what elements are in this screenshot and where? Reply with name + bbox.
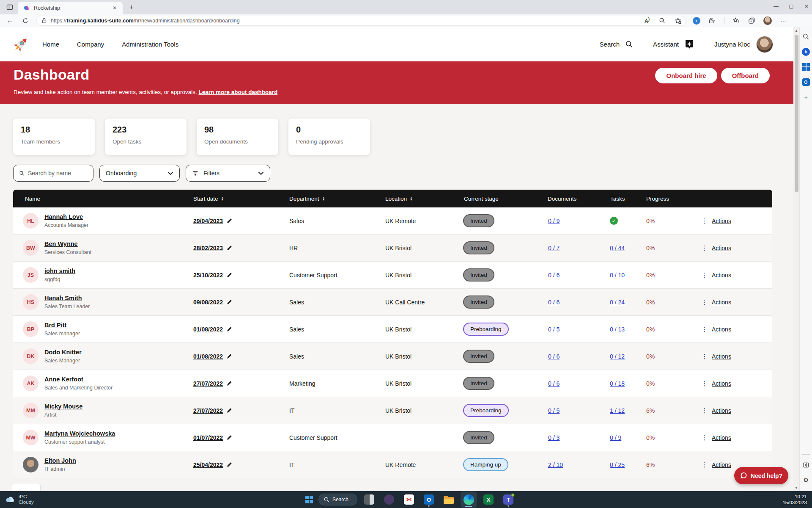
kebab-menu-icon[interactable]: ⋮ [701, 434, 708, 442]
start-date-link[interactable]: 09/08/2022 [193, 299, 223, 306]
kebab-menu-icon[interactable]: ⋮ [701, 271, 708, 279]
microsoft-365-icon[interactable] [802, 63, 810, 71]
documents-link[interactable]: 0 / 5 [548, 326, 560, 333]
extension-badge-icon[interactable]: ◐ [693, 17, 700, 25]
minimize-icon[interactable]: — [773, 3, 779, 9]
maximize-icon[interactable]: ▢ [788, 3, 794, 9]
edit-pencil-icon[interactable] [227, 462, 232, 467]
tasks-link[interactable]: 0 / 12 [610, 353, 625, 360]
browser-tab-rocketship[interactable]: Rocketship ✕ [18, 2, 123, 14]
edge-taskbar-icon[interactable] [461, 491, 477, 508]
rocketship-logo[interactable] [11, 35, 30, 54]
kebab-menu-icon[interactable]: ⋮ [701, 407, 708, 414]
person-name-link[interactable]: Hanah Smith [44, 295, 82, 301]
scroll-up-icon[interactable]: ▲ [795, 27, 798, 34]
close-icon[interactable]: ✕ [804, 3, 809, 9]
nav-company[interactable]: Company [77, 41, 104, 48]
new-tab-icon[interactable]: + [126, 2, 137, 13]
learn-more-link[interactable]: Learn more about dashboard [198, 89, 277, 95]
kebab-menu-icon[interactable]: ⋮ [701, 380, 708, 387]
excel-taskbar-icon[interactable]: X [480, 491, 497, 508]
back-icon[interactable]: ← [5, 16, 15, 26]
actions-link[interactable]: Actions [712, 326, 731, 333]
onboard-hire-button[interactable]: Onboard hire [655, 68, 717, 83]
sidebar-settings-gear-icon[interactable]: ⚙ [802, 476, 810, 484]
nav-administration-tools[interactable]: Administration Tools [122, 41, 178, 48]
nav-home[interactable]: Home [42, 41, 59, 48]
start-date-link[interactable]: 27/07/2022 [193, 407, 223, 414]
column-header-location[interactable]: Location▲▼ [379, 196, 459, 202]
edit-pencil-icon[interactable] [227, 272, 232, 278]
start-date-link[interactable]: 25/10/2022 [193, 272, 223, 279]
tasks-link[interactable]: 0 / 18 [610, 380, 625, 387]
taskbar-clock[interactable]: 10:21 15/03/2023 [782, 494, 807, 505]
kebab-menu-icon[interactable]: ⋮ [701, 461, 708, 469]
open-in-panel-icon[interactable] [802, 461, 810, 469]
person-name-link[interactable]: Elton John [44, 457, 76, 464]
actions-link[interactable]: Actions [712, 434, 731, 441]
person-name-link[interactable]: Micky Mouse [44, 403, 82, 410]
teams-taskbar-icon[interactable]: T [500, 491, 516, 508]
stage-dropdown[interactable]: Onboarding [99, 165, 180, 182]
documents-link[interactable]: 0 / 5 [548, 407, 560, 414]
bing-chat-icon[interactable]: b [802, 47, 810, 56]
documents-link[interactable]: 0 / 9 [548, 218, 560, 224]
tasks-link[interactable]: 0 / 13 [610, 326, 625, 333]
collections-icon[interactable] [748, 17, 755, 24]
edit-pencil-icon[interactable] [227, 353, 232, 359]
documents-link[interactable]: 0 / 6 [548, 272, 560, 279]
site-search-button[interactable]: Search [600, 41, 633, 48]
person-name-link[interactable]: Anne Kerfoot [44, 376, 83, 383]
purple-circle-app-icon[interactable] [381, 491, 397, 508]
documents-link[interactable]: 0 / 6 [548, 380, 560, 387]
user-menu[interactable]: Justyna Kloc [714, 36, 773, 53]
column-header-department[interactable]: Department▲▼ [282, 196, 379, 202]
filters-dropdown[interactable]: Filters [186, 165, 270, 182]
start-date-link[interactable]: 01/07/2022 [193, 434, 223, 441]
tasks-link[interactable]: 0 / 25 [610, 461, 625, 468]
favorite-star-icon[interactable] [675, 17, 681, 24]
need-help-button[interactable]: Need help? [734, 467, 788, 484]
actions-link[interactable]: Actions [712, 353, 731, 360]
tasks-link[interactable]: 0 / 24 [610, 299, 625, 306]
kebab-menu-icon[interactable]: ⋮ [701, 298, 708, 306]
person-name-link[interactable]: Dodo Knitter [44, 349, 82, 356]
search-input[interactable] [28, 170, 87, 177]
extensions-puzzle-icon[interactable] [709, 17, 716, 24]
tab-actions-icon[interactable] [4, 2, 15, 13]
offboard-button[interactable]: Offboard [721, 68, 770, 83]
start-date-link[interactable]: 25/04/2022 [193, 461, 223, 468]
taskbar-weather-widget[interactable]: 4°C Cloudy [5, 494, 90, 505]
documents-link[interactable]: 0 / 6 [548, 299, 560, 306]
actions-link[interactable]: Actions [712, 218, 731, 224]
tab-close-icon[interactable]: ✕ [111, 4, 118, 12]
add-sidebar-item-icon[interactable]: ＋ [802, 93, 810, 102]
scroll-down-icon[interactable]: ▼ [795, 484, 798, 491]
actions-link[interactable]: Actions [712, 272, 731, 279]
tasks-link[interactable]: 0 / 10 [610, 272, 625, 279]
search-by-name-field[interactable] [13, 165, 93, 182]
edit-pencil-icon[interactable] [227, 326, 232, 332]
edit-pencil-icon[interactable] [227, 435, 232, 440]
kebab-menu-icon[interactable]: ⋮ [701, 244, 708, 252]
read-aloud-icon[interactable]: A) [645, 17, 650, 24]
file-explorer-icon[interactable] [441, 491, 457, 508]
person-name-link[interactable]: Martyna Wojciechowska [44, 430, 115, 437]
tasks-link[interactable]: 0 / 44 [610, 245, 625, 251]
actions-link[interactable]: Actions [712, 299, 731, 306]
edit-pencil-icon[interactable] [227, 381, 232, 386]
documents-link[interactable]: 0 / 3 [548, 434, 560, 441]
actions-link[interactable]: Actions [712, 407, 731, 414]
lock-icon[interactable] [42, 18, 47, 23]
edit-pencil-icon[interactable] [227, 218, 232, 224]
person-name-link[interactable]: john smith [44, 268, 75, 274]
outlook-icon[interactable]: O [802, 78, 810, 86]
tasks-link[interactable]: 1 / 12 [610, 407, 625, 414]
scrollbar-thumb[interactable] [795, 35, 798, 192]
page-scrollbar[interactable]: ▲ ▼ [793, 27, 799, 491]
dark-app-icon[interactable] [361, 491, 377, 508]
edit-pencil-icon[interactable] [227, 408, 232, 413]
person-name-link[interactable]: Hannah Love [44, 213, 83, 220]
start-date-link[interactable]: 27/07/2022 [193, 380, 223, 387]
kebab-menu-icon[interactable]: ⋮ [701, 217, 708, 225]
